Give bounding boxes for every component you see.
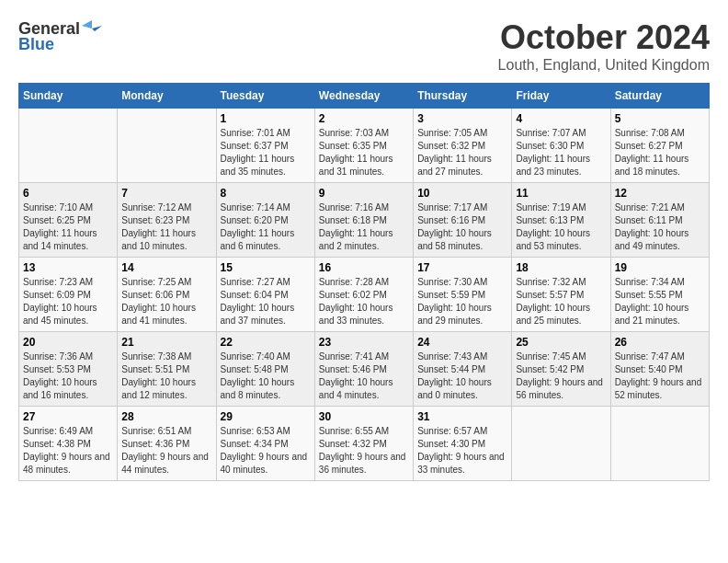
cell-week3-day6: 19 Sunrise: 7:34 AMSunset: 5:55 PMDaylig… [610, 258, 709, 332]
day-number: 15 [221, 261, 311, 274]
day-number: 6 [23, 187, 113, 200]
header-row: Sunday Monday Tuesday Wednesday Thursday… [19, 84, 710, 109]
day-number: 4 [516, 112, 606, 125]
day-info: Sunrise: 7:19 AMSunset: 6:13 PMDaylight:… [516, 201, 606, 253]
cell-week3-day0: 13 Sunrise: 7:23 AMSunset: 6:09 PMDaylig… [19, 258, 118, 332]
cell-week1-day0 [19, 109, 118, 183]
day-info: Sunrise: 7:36 AMSunset: 5:53 PMDaylight:… [23, 350, 113, 402]
day-number: 7 [121, 187, 211, 200]
cell-week2-day4: 10 Sunrise: 7:17 AMSunset: 6:16 PMDaylig… [414, 183, 512, 258]
cell-week2-day5: 11 Sunrise: 7:19 AMSunset: 6:13 PMDaylig… [512, 183, 610, 258]
day-info: Sunrise: 6:57 AMSunset: 4:30 PMDaylight:… [417, 425, 507, 477]
day-number: 11 [516, 187, 606, 200]
calendar-table: Sunday Monday Tuesday Wednesday Thursday… [18, 83, 710, 481]
day-info: Sunrise: 7:23 AMSunset: 6:09 PMDaylight:… [23, 276, 113, 327]
cell-week5-day6 [610, 407, 709, 481]
day-number: 19 [615, 261, 705, 274]
header-thursday: Thursday [414, 84, 512, 109]
day-info: Sunrise: 7:34 AMSunset: 5:55 PMDaylight:… [615, 276, 705, 327]
day-info: Sunrise: 7:21 AMSunset: 6:11 PMDaylight:… [615, 201, 705, 253]
cell-week5-day0: 27 Sunrise: 6:49 AMSunset: 4:38 PMDaylig… [19, 407, 118, 481]
cell-week4-day1: 21 Sunrise: 7:38 AMSunset: 5:51 PMDaylig… [118, 332, 216, 407]
day-number: 31 [417, 410, 507, 423]
day-number: 26 [615, 336, 705, 349]
day-number: 22 [221, 336, 311, 349]
day-info: Sunrise: 7:27 AMSunset: 6:04 PMDaylight:… [221, 276, 311, 327]
day-info: Sunrise: 7:28 AMSunset: 6:02 PMDaylight:… [319, 276, 409, 327]
cell-week5-day4: 31 Sunrise: 6:57 AMSunset: 4:30 PMDaylig… [414, 407, 512, 481]
cell-week3-day1: 14 Sunrise: 7:25 AMSunset: 6:06 PMDaylig… [118, 258, 216, 332]
month-title: October 2024 [498, 18, 710, 57]
day-info: Sunrise: 7:03 AMSunset: 6:35 PMDaylight:… [319, 127, 409, 178]
day-info: Sunrise: 7:12 AMSunset: 6:23 PMDaylight:… [121, 201, 211, 253]
day-info: Sunrise: 7:17 AMSunset: 6:16 PMDaylight:… [417, 201, 507, 253]
day-number: 28 [121, 410, 211, 423]
cell-week4-day4: 24 Sunrise: 7:43 AMSunset: 5:44 PMDaylig… [414, 332, 512, 407]
day-number: 17 [417, 261, 507, 274]
cell-week4-day5: 25 Sunrise: 7:45 AMSunset: 5:42 PMDaylig… [512, 332, 610, 407]
svg-marker-0 [92, 20, 102, 31]
page-header: General Blue October 2024 Louth, England… [18, 18, 710, 74]
day-number: 30 [319, 410, 409, 423]
day-info: Sunrise: 7:14 AMSunset: 6:20 PMDaylight:… [221, 201, 311, 253]
cell-week1-day3: 2 Sunrise: 7:03 AMSunset: 6:35 PMDayligh… [314, 109, 413, 183]
day-info: Sunrise: 7:01 AMSunset: 6:37 PMDaylight:… [221, 127, 311, 178]
day-number: 24 [417, 336, 507, 349]
week-row-3: 13 Sunrise: 7:23 AMSunset: 6:09 PMDaylig… [19, 258, 710, 332]
day-number: 1 [221, 112, 311, 125]
cell-week2-day2: 8 Sunrise: 7:14 AMSunset: 6:20 PMDayligh… [216, 183, 314, 258]
cell-week5-day1: 28 Sunrise: 6:51 AMSunset: 4:36 PMDaylig… [118, 407, 216, 481]
day-info: Sunrise: 7:38 AMSunset: 5:51 PMDaylight:… [121, 350, 211, 402]
day-info: Sunrise: 7:40 AMSunset: 5:48 PMDaylight:… [221, 350, 311, 402]
day-info: Sunrise: 7:45 AMSunset: 5:42 PMDaylight:… [516, 350, 606, 402]
day-number: 25 [516, 336, 606, 349]
cell-week1-day1 [118, 109, 216, 183]
cell-week4-day2: 22 Sunrise: 7:40 AMSunset: 5:48 PMDaylig… [216, 332, 314, 407]
cell-week1-day6: 5 Sunrise: 7:08 AMSunset: 6:27 PMDayligh… [610, 109, 709, 183]
cell-week5-day2: 29 Sunrise: 6:53 AMSunset: 4:34 PMDaylig… [216, 407, 314, 481]
cell-week2-day3: 9 Sunrise: 7:16 AMSunset: 6:18 PMDayligh… [314, 183, 413, 258]
week-row-4: 20 Sunrise: 7:36 AMSunset: 5:53 PMDaylig… [19, 332, 710, 407]
day-number: 13 [23, 261, 113, 274]
week-row-1: 1 Sunrise: 7:01 AMSunset: 6:37 PMDayligh… [19, 109, 710, 183]
cell-week1-day2: 1 Sunrise: 7:01 AMSunset: 6:37 PMDayligh… [216, 109, 314, 183]
day-info: Sunrise: 7:08 AMSunset: 6:27 PMDaylight:… [615, 127, 705, 178]
cell-week2-day0: 6 Sunrise: 7:10 AMSunset: 6:25 PMDayligh… [19, 183, 118, 258]
header-friday: Friday [512, 84, 610, 109]
cell-week4-day3: 23 Sunrise: 7:41 AMSunset: 5:46 PMDaylig… [314, 332, 413, 407]
cell-week4-day0: 20 Sunrise: 7:36 AMSunset: 5:53 PMDaylig… [19, 332, 118, 407]
header-saturday: Saturday [610, 84, 709, 109]
cell-week2-day1: 7 Sunrise: 7:12 AMSunset: 6:23 PMDayligh… [118, 183, 216, 258]
day-number: 29 [221, 410, 311, 423]
header-tuesday: Tuesday [216, 84, 314, 109]
cell-week3-day4: 17 Sunrise: 7:30 AMSunset: 5:59 PMDaylig… [414, 258, 512, 332]
day-number: 10 [417, 187, 507, 200]
day-number: 23 [319, 336, 409, 349]
day-info: Sunrise: 7:16 AMSunset: 6:18 PMDaylight:… [319, 201, 409, 253]
svg-marker-1 [82, 20, 92, 29]
location-text: Louth, England, United Kingdom [498, 57, 710, 74]
logo-blue-text: Blue [18, 35, 54, 54]
day-number: 12 [615, 187, 705, 200]
cell-week3-day3: 16 Sunrise: 7:28 AMSunset: 6:02 PMDaylig… [314, 258, 413, 332]
day-number: 27 [23, 410, 113, 423]
day-number: 8 [221, 187, 311, 200]
day-info: Sunrise: 7:07 AMSunset: 6:30 PMDaylight:… [516, 127, 606, 178]
title-area: October 2024 Louth, England, United King… [498, 18, 710, 74]
cell-week3-day5: 18 Sunrise: 7:32 AMSunset: 5:57 PMDaylig… [512, 258, 610, 332]
day-info: Sunrise: 7:41 AMSunset: 5:46 PMDaylight:… [319, 350, 409, 402]
day-number: 9 [319, 187, 409, 200]
day-info: Sunrise: 7:10 AMSunset: 6:25 PMDaylight:… [23, 201, 113, 253]
day-info: Sunrise: 7:47 AMSunset: 5:40 PMDaylight:… [615, 350, 705, 402]
day-number: 18 [516, 261, 606, 274]
logo-bird-icon [82, 18, 102, 39]
day-info: Sunrise: 7:30 AMSunset: 5:59 PMDaylight:… [417, 276, 507, 327]
day-number: 16 [319, 261, 409, 274]
header-sunday: Sunday [19, 84, 118, 109]
header-monday: Monday [118, 84, 216, 109]
day-number: 20 [23, 336, 113, 349]
day-info: Sunrise: 6:51 AMSunset: 4:36 PMDaylight:… [121, 425, 211, 477]
day-info: Sunrise: 6:55 AMSunset: 4:32 PMDaylight:… [319, 425, 409, 477]
day-number: 2 [319, 112, 409, 125]
day-info: Sunrise: 7:43 AMSunset: 5:44 PMDaylight:… [417, 350, 507, 402]
